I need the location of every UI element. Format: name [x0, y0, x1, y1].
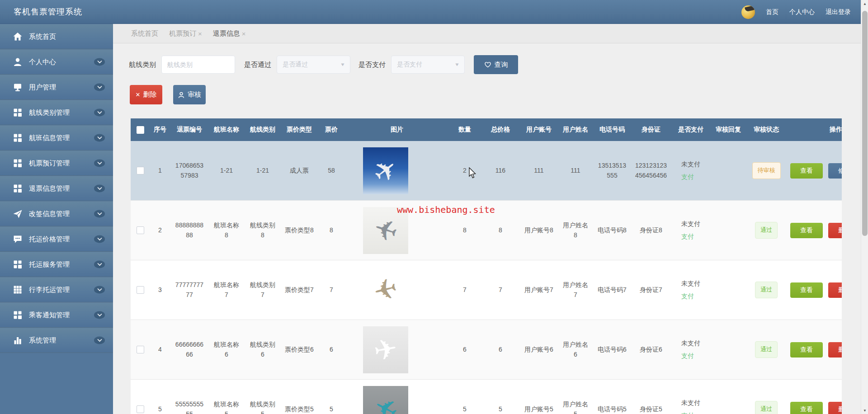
sidebar-item-12[interactable]: 乘客通知管理	[0, 302, 113, 328]
sidebar-item-6[interactable]: 机票预订管理	[0, 151, 113, 176]
view-button[interactable]: 查看	[790, 282, 823, 298]
cell-pay-status: 未支付支付	[671, 219, 710, 241]
nav-link-logout[interactable]: 退出登录	[826, 8, 851, 16]
bomber-plane-image[interactable]: ✈	[363, 267, 408, 314]
sidebar-item-2[interactable]: 个人中心	[0, 49, 113, 75]
sidebar-item-11[interactable]: 行李托运管理	[0, 277, 113, 302]
top-navbar: 客机售票管理系统 首页 个人中心 退出登录	[0, 0, 861, 24]
chevron-down-icon	[94, 109, 105, 117]
blue-sky-airliner-image[interactable]: ✈	[363, 147, 408, 194]
nav-link-profile[interactable]: 个人中心	[789, 8, 815, 16]
cell-id-card: 身份证7	[631, 285, 671, 295]
pay-link[interactable]: 支付	[681, 351, 700, 361]
row-checkbox[interactable]	[137, 346, 144, 353]
chevron-down-icon	[94, 210, 105, 218]
cell-audit-status: 通过	[746, 222, 786, 238]
airplane-icon: ✈	[371, 273, 400, 306]
user-avatar[interactable]	[741, 5, 755, 19]
airplane-icon: ✈	[369, 391, 403, 414]
delete-button[interactable]: ✕ 删除	[130, 85, 162, 104]
cell-refund-no: 6666666666	[170, 340, 208, 359]
cell-flight-name: 航班名称5	[208, 400, 245, 414]
view-button[interactable]: 查看	[790, 163, 823, 179]
column-header: 身份证	[631, 126, 671, 134]
nav-link-home[interactable]: 首页	[766, 8, 778, 16]
row-checkbox[interactable]	[137, 405, 144, 413]
teal-plane-image[interactable]: ✈	[363, 386, 408, 414]
sidebar-item-8[interactable]: 改签信息管理	[0, 201, 113, 226]
sidebar-item-label: 退票信息管理	[29, 184, 70, 193]
vertical-scrollbar[interactable]: ▲ ▼	[861, 0, 868, 414]
row-checkbox[interactable]	[137, 226, 144, 234]
cell-id-card: 身份证8	[631, 226, 671, 235]
row-checkbox[interactable]	[137, 167, 144, 174]
white-model-plane-image[interactable]: ✈	[363, 326, 408, 373]
pay-status-text: 未支付	[681, 160, 700, 168]
column-header: 总价格	[481, 126, 520, 134]
main-content: 系统首页机票预订×退票信息× 航线类别 是否通过 是否通过 ▼ 是否支付 是否支…	[113, 24, 861, 414]
sidebar-item-1[interactable]: 系统首页	[0, 24, 113, 49]
query-button[interactable]: 查询	[474, 55, 518, 74]
cell-route-category: 航线类别8	[245, 221, 281, 240]
cell-total-price: 8	[481, 226, 520, 235]
cell-id-card: 身份证6	[631, 345, 671, 355]
cell-image: ✈	[345, 267, 449, 314]
pay-link[interactable]: 支付	[681, 411, 700, 414]
x-icon: ✕	[136, 91, 141, 98]
delete-button[interactable]: 删除	[828, 282, 842, 298]
cell-phone: 电话号码5	[594, 405, 631, 414]
status-badge: 通过	[755, 341, 778, 358]
sidebar-item-10[interactable]: 托运服务管理	[0, 252, 113, 277]
cell-audit-status: 通过	[746, 401, 786, 414]
delete-button[interactable]: 删除	[828, 342, 842, 358]
scrollbar-thumb[interactable]	[862, 11, 868, 236]
pay-link[interactable]: 支付	[681, 172, 700, 182]
route-filter-label: 航线类别	[129, 61, 156, 69]
cell-price: 5	[318, 405, 345, 414]
view-button[interactable]: 查看	[790, 402, 823, 414]
cell-user-account: 用户账号5	[520, 405, 557, 414]
delete-button-label: 删除	[143, 90, 156, 99]
cell-user-account: 用户账号7	[520, 285, 557, 295]
sidebar-item-3[interactable]: 用户管理	[0, 75, 113, 100]
chevron-down-icon	[94, 337, 105, 344]
sidebar: 系统首页个人中心用户管理航线类别管理航班信息管理机票预订管理退票信息管理改签信息…	[0, 24, 113, 414]
tab-1[interactable]: 系统首页	[131, 29, 158, 38]
cell-phone: 电话号码7	[594, 285, 631, 295]
delete-button[interactable]: 删除	[828, 402, 842, 414]
audit-button[interactable]: 审核	[173, 85, 206, 104]
route-filter-input[interactable]	[161, 56, 235, 74]
view-button[interactable]: 查看	[790, 342, 823, 358]
column-header: 用户账号	[520, 126, 557, 134]
close-icon[interactable]: ×	[242, 30, 246, 38]
cell-fare-type: 票价类型5	[281, 405, 318, 414]
sidebar-item-9[interactable]: 托运价格管理	[0, 226, 113, 252]
sidebar-item-7[interactable]: 退票信息管理	[0, 176, 113, 201]
tab-3[interactable]: 退票信息×	[213, 29, 246, 38]
select-all-checkbox[interactable]	[137, 126, 144, 134]
grid-icon	[12, 259, 23, 270]
paper-plane-icon	[12, 208, 23, 219]
edit-button[interactable]: 修改	[828, 163, 842, 179]
pay-link[interactable]: 支付	[681, 292, 700, 301]
airplane-icon: ✈	[368, 152, 403, 189]
sidebar-item-label: 乘客通知管理	[29, 311, 70, 320]
row-checkbox[interactable]	[137, 286, 144, 294]
table-row: 55555555555航班名称5航线类别5票价类型55✈55用户账号5用户姓名5…	[131, 380, 842, 414]
tab-2[interactable]: 机票预订×	[169, 29, 202, 38]
sidebar-item-5[interactable]: 航班信息管理	[0, 125, 113, 151]
sidebar-item-4[interactable]: 航线类别管理	[0, 100, 113, 125]
view-button[interactable]: 查看	[790, 223, 823, 238]
close-icon[interactable]: ×	[198, 30, 202, 38]
pay-filter-select[interactable]: 是否支付 ▼	[391, 56, 465, 74]
cell-pay-status: 未支付支付	[671, 160, 710, 182]
chevron-down-icon: ▼	[454, 62, 460, 67]
pass-filter-select[interactable]: 是否通过 ▼	[277, 56, 350, 74]
scroll-up-arrow-icon[interactable]: ▲	[861, 0, 868, 7]
filter-bar: 航线类别 是否通过 是否通过 ▼ 是否支付 是否支付 ▼ 查询	[129, 55, 861, 74]
cell-total-price: 5	[481, 405, 520, 414]
pay-link[interactable]: 支付	[681, 232, 700, 242]
scroll-down-arrow-icon[interactable]: ▼	[861, 407, 868, 414]
sidebar-item-13[interactable]: 系统管理	[0, 328, 113, 353]
delete-button[interactable]: 删除	[828, 223, 842, 238]
